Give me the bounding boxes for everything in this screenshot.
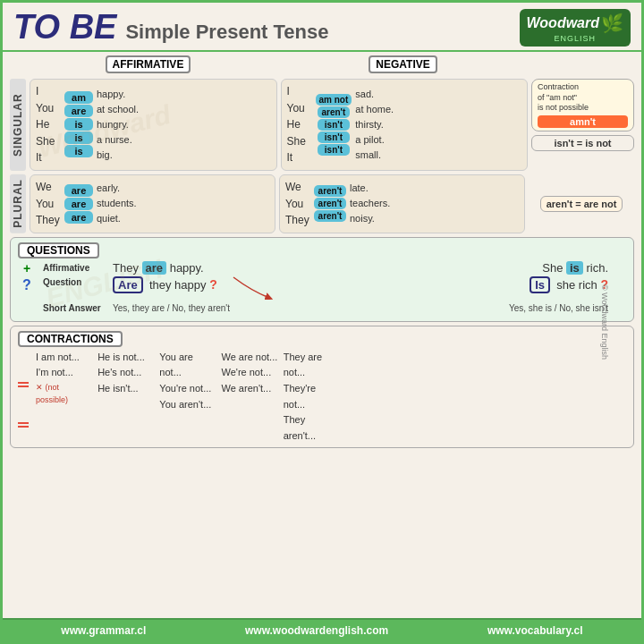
neg-pronoun-i: I (287, 83, 312, 100)
aff-plur-examples: early. students. quiet. (97, 181, 137, 226)
neg-pronoun-he: He (287, 116, 312, 133)
neg-sing-examples: sad. at home. thirsty. a pilot. small. (355, 87, 394, 163)
neg-plur-pronoun-they: They (285, 212, 310, 229)
verb-is-2: is (64, 131, 93, 144)
isnt-eq-text: isn't = is not (554, 138, 611, 148)
neg-plur-verb-3: aren't (314, 210, 346, 222)
ex-happy: happy. (97, 87, 139, 102)
i-am-not: I am not... (36, 350, 92, 366)
they-arent: They aren't... (284, 412, 340, 444)
footer-link-3[interactable]: www.vocabulary.cl (487, 624, 583, 637)
header-title: TO BE Simple Present Tense (13, 8, 328, 47)
plural-row: PLURAL We You They are are are early. st… (10, 174, 634, 233)
neg-plur-verb-2: aren't (314, 198, 346, 209)
neg-plur-pronoun-you: You (285, 196, 310, 213)
eq-symbol-2 (18, 422, 34, 428)
footer-link-1[interactable]: www.grammar.cl (61, 624, 146, 637)
amnt-note: Contractionof "am not"is not possible am… (531, 79, 634, 131)
verb-are-highlight: are (142, 261, 167, 275)
question-icon: ? (18, 277, 36, 293)
hes-not: He's not... (97, 365, 154, 381)
neg-ex-pilot: a pilot. (355, 132, 394, 148)
ex-school: at school. (97, 102, 139, 117)
neg-plur-verbs: aren't aren't aren't (314, 185, 346, 222)
contractions-grid: I am not... I'm not... ✕ (not possible) … (36, 350, 340, 445)
neg-plur-verb-1: aren't (314, 185, 346, 197)
neg-plur-pronoun-we: We (285, 179, 310, 196)
q-aff-example-1: They are happy. (113, 261, 204, 275)
verb-are: are (64, 105, 93, 117)
not-possible-label: ✕ (not possible) (36, 381, 92, 407)
were-not: We're not... (222, 365, 278, 381)
isnt-eq: isn't = is not (531, 135, 634, 151)
logo-sub: ENGLISH (527, 34, 623, 43)
neg-plur-ex-late: late. (350, 181, 390, 196)
contraction-col-you: You are not... You're not... You aren't.… (159, 350, 216, 445)
plur-ex-students: students. (97, 196, 137, 211)
neg-plural-panel: We You They aren't aren't aren't late. t… (279, 174, 525, 233)
plur-ex-quiet: quiet. (97, 211, 137, 226)
they-are-not: They are not... (284, 350, 340, 381)
youre-not: You're not... (159, 381, 216, 397)
neg-verb-arent: aren't (318, 106, 350, 118)
aff-sing-examples: happy. at school. hungry. a nurse. big. (97, 87, 139, 163)
header: TO BE Simple Present Tense Woodward 🌿 EN… (3, 3, 641, 52)
q-question-label: Question (43, 277, 106, 287)
q-aff-example-2: She is rich. (542, 261, 608, 275)
contractions-note: Contractionof "am not"is not possible am… (531, 79, 634, 171)
footer: www.grammar.cl www.woodwardenglish.com w… (3, 618, 641, 641)
contractions-section: CONTRACTIONS I a (10, 326, 634, 449)
logo-text: Woodward (527, 15, 599, 31)
q-question-2: Is she rich ? (530, 277, 608, 292)
page-wrapper: TO BE Simple Present Tense Woodward 🌿 EN… (0, 0, 644, 644)
plus-icon: + (18, 261, 36, 275)
eq-symbols (18, 350, 34, 445)
he-isnt: He isn't... (97, 381, 154, 397)
neg-plur-pronouns: We You They (285, 179, 310, 229)
neg-singular-panel: I You He She It am not aren't isn't isn'… (281, 79, 529, 171)
arent-eq: aren't = are not (540, 196, 623, 212)
question-row: ? Question Are they happy ? (18, 277, 626, 300)
logo-box: Woodward 🌿 ENGLISH (520, 9, 631, 47)
neg-pronoun-she: She (287, 133, 312, 150)
questions-header: QUESTIONS (18, 242, 99, 258)
singular-row: SINGULAR I You He She It am are is is is (10, 79, 634, 171)
q-sa-2: Yes, she is / No, she isn't (509, 303, 608, 313)
plur-verb-are-1: are (64, 184, 93, 197)
contraction-col-i: I am not... I'm not... ✕ (not possible) (36, 350, 92, 445)
he-is-not: He is not... (97, 350, 154, 366)
you-arent: You aren't... (159, 397, 216, 413)
neg-plur-ex-teachers: teachers. (350, 196, 390, 211)
neg-verb-isnt-2: isn't (318, 131, 350, 143)
verb-is-1: is (64, 118, 93, 131)
contractions-section-header: CONTRACTIONS (18, 331, 123, 347)
pronoun-i: I (36, 83, 61, 100)
footer-link-2[interactable]: www.woodwardenglish.com (245, 624, 388, 637)
aff-singular-panel: I You He She It am are is is is happy. a… (30, 79, 277, 171)
neg-sing-verbs: am not aren't isn't isn't isn't (316, 94, 352, 156)
neg-ex-sad: sad. (355, 87, 394, 102)
negative-label: NEGATIVE (369, 55, 436, 73)
section-headers: AFFIRMATIVE NEGATIVE (10, 55, 634, 75)
neg-sing-pronouns: I You He She It (287, 83, 312, 166)
is-border: Is (530, 276, 550, 293)
theyre-not: They're not... (284, 381, 340, 412)
neg-verb-isnt-3: isn't (318, 144, 350, 156)
verb-am: am (64, 91, 93, 104)
q-sa-1: Yes, they are / No, they aren't (113, 303, 230, 313)
pronoun-you: You (36, 100, 61, 117)
aff-plural-panel: We You They are are are early. students.… (30, 174, 275, 233)
neg-pronoun-it: It (287, 149, 312, 166)
aff-sing-verbs: am are is is is (64, 91, 93, 157)
pronoun-he: He (36, 116, 61, 133)
arent-eq-text: aren't = are not (547, 199, 617, 209)
plur-pronoun-you: You (36, 196, 61, 213)
neg-ex-thirsty: thirsty. (355, 117, 394, 132)
plur-ex-early: early. (97, 181, 137, 196)
pronoun-it: It (36, 149, 61, 166)
q-affirmative-label: Affirmative (43, 263, 106, 273)
plural-label: PLURAL (10, 174, 26, 233)
neg-verb-amnot: am not (316, 94, 352, 106)
im-not: I'm not... (36, 365, 92, 381)
pronoun-she: She (36, 133, 61, 150)
